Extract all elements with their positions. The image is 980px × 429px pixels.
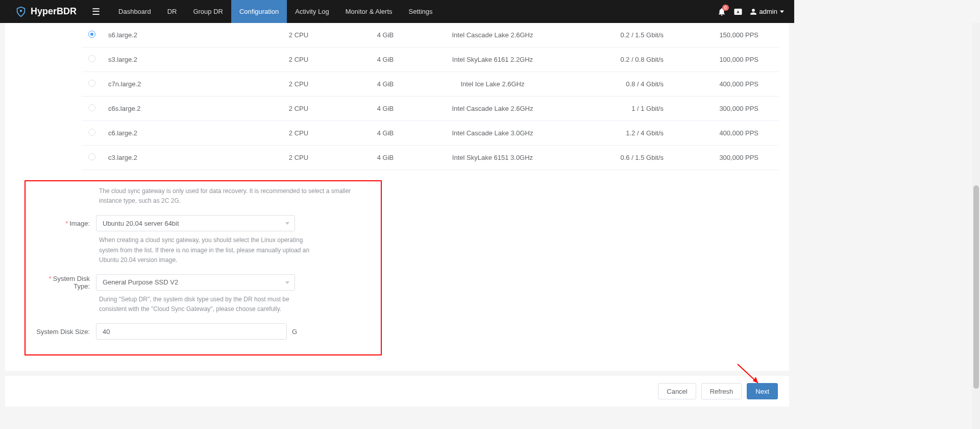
- instance-pps: 300,000 PPS: [684, 97, 779, 121]
- instance-cpu: 2 CPU: [255, 72, 342, 97]
- brand-name: HyperBDR: [31, 6, 77, 17]
- instance-radio[interactable]: [88, 55, 95, 62]
- instance-memory: 4 GiB: [342, 72, 429, 97]
- instance-name: c6.large.2: [102, 121, 255, 146]
- disk-size-row: System Disk Size: G: [35, 323, 372, 340]
- gateway-hint: The cloud sync gateway is only used for …: [99, 186, 372, 206]
- instance-bandwidth: 0.2 / 1.5 Gbit/s: [556, 23, 684, 47]
- instance-radio[interactable]: [88, 31, 95, 38]
- nav-item-dr[interactable]: DR: [159, 0, 185, 23]
- image-label: *Image:: [35, 220, 96, 227]
- instance-cpu: 2 CPU: [255, 23, 342, 47]
- table-row[interactable]: c6s.large.22 CPU4 GiBIntel Cascade Lake …: [82, 97, 779, 121]
- svg-marker-4: [753, 377, 758, 383]
- chevron-down-icon: [780, 10, 784, 14]
- instance-name: c3.large.2: [102, 146, 255, 170]
- instance-memory: 4 GiB: [342, 146, 429, 170]
- instance-cpu: 2 CPU: [255, 97, 342, 121]
- instance-cpu: 2 CPU: [255, 146, 342, 170]
- brand-shield-icon: [15, 6, 27, 17]
- disk-size-label: System Disk Size:: [35, 328, 96, 336]
- nav-item-monitor-alerts[interactable]: Monitor & Alerts: [337, 0, 401, 23]
- language-icon[interactable]: A: [733, 7, 743, 16]
- nav-item-activity-log[interactable]: Activity Log: [287, 0, 337, 23]
- brand: HyperBDR: [15, 6, 77, 17]
- notification-bell-icon[interactable]: 0: [717, 7, 726, 16]
- highlighted-form-section: The cloud sync gateway is only used for …: [24, 180, 382, 355]
- image-select[interactable]: Ubuntu 20.04 server 64bit: [96, 215, 295, 231]
- instance-card: s6.large.22 CPU4 GiBIntel Cascade Lake 2…: [5, 23, 789, 371]
- instance-cpu: 2 CPU: [255, 47, 342, 72]
- svg-text:A: A: [737, 10, 740, 14]
- instance-name: c7n.large.2: [102, 72, 255, 97]
- content: s6.large.22 CPU4 GiBIntel Cascade Lake 2…: [0, 23, 794, 407]
- cancel-button[interactable]: Cancel: [658, 383, 696, 399]
- svg-point-0: [20, 9, 22, 12]
- instance-memory: 4 GiB: [342, 23, 429, 47]
- instance-radio[interactable]: [88, 153, 95, 160]
- user-name: admin: [760, 8, 777, 15]
- instance-bandwidth: 1.2 / 4 Gbit/s: [556, 121, 684, 146]
- instance-pps: 400,000 PPS: [684, 72, 779, 97]
- disk-size-input[interactable]: [96, 323, 287, 340]
- topbar-right: 0 A admin: [717, 7, 784, 16]
- refresh-button[interactable]: Refresh: [701, 383, 742, 399]
- instance-memory: 4 GiB: [342, 121, 429, 146]
- instance-type-table: s6.large.22 CPU4 GiBIntel Cascade Lake 2…: [82, 23, 779, 170]
- instance-cpu-model: Intel SkyLake 6151 3.0GHz: [429, 146, 556, 170]
- instance-cpu-model: Intel Cascade Lake 3.0GHz: [429, 121, 556, 146]
- image-row: *Image: Ubuntu 20.04 server 64bit: [35, 215, 372, 231]
- nav-item-dashboard[interactable]: Dashboard: [110, 0, 159, 23]
- instance-pps: 150,000 PPS: [684, 23, 779, 47]
- instance-radio[interactable]: [88, 80, 95, 87]
- footer-actions: Cancel Refresh Next: [5, 376, 789, 407]
- instance-name: s6.large.2: [102, 23, 255, 47]
- table-row[interactable]: s3.large.22 CPU4 GiBIntel SkyLake 6161 2…: [82, 47, 779, 72]
- instance-pps: 300,000 PPS: [684, 146, 779, 170]
- instance-memory: 4 GiB: [342, 97, 429, 121]
- instance-bandwidth: 0.6 / 1.5 Gbit/s: [556, 146, 684, 170]
- user-menu[interactable]: admin: [750, 8, 784, 15]
- disk-type-hint: During "Setup DR", the system disk type …: [99, 295, 311, 314]
- instance-name: s3.large.2: [102, 47, 255, 72]
- table-row[interactable]: s6.large.22 CPU4 GiBIntel Cascade Lake 2…: [82, 23, 779, 47]
- main-nav: DashboardDRGroup DRConfigurationActivity…: [110, 0, 440, 23]
- disk-type-row: *System Disk Type: General Purpose SSD V…: [35, 274, 372, 291]
- nav-item-settings[interactable]: Settings: [401, 0, 441, 23]
- table-row[interactable]: c3.large.22 CPU4 GiBIntel SkyLake 6151 3…: [82, 146, 779, 170]
- table-row[interactable]: c6.large.22 CPU4 GiBIntel Cascade Lake 3…: [82, 121, 779, 146]
- instance-pps: 400,000 PPS: [684, 121, 779, 146]
- nav-item-group-dr[interactable]: Group DR: [185, 0, 231, 23]
- user-icon: [750, 8, 757, 15]
- image-hint: When creating a cloud sync gateway, you …: [99, 235, 311, 265]
- instance-name: c6s.large.2: [102, 97, 255, 121]
- instance-memory: 4 GiB: [342, 47, 429, 72]
- instance-cpu-model: Intel Cascade Lake 2.6GHz: [429, 97, 556, 121]
- instance-cpu-model: Intel Cascade Lake 2.6GHz: [429, 23, 556, 47]
- disk-type-label: *System Disk Type:: [35, 275, 96, 290]
- notification-badge: 0: [722, 5, 729, 11]
- instance-cpu-model: Intel Ice Lake 2.6GHz: [429, 72, 556, 97]
- next-button[interactable]: Next: [747, 383, 778, 399]
- disk-type-select[interactable]: General Purpose SSD V2: [96, 274, 295, 291]
- image-select-value: Ubuntu 20.04 server 64bit: [103, 220, 179, 227]
- nav-item-configuration[interactable]: Configuration: [231, 0, 287, 23]
- disk-size-unit: G: [292, 328, 297, 336]
- instance-cpu-model: Intel SkyLake 6161 2.2GHz: [429, 47, 556, 72]
- menu-toggle-icon[interactable]: ☰: [92, 6, 100, 17]
- disk-type-select-value: General Purpose SSD V2: [103, 278, 178, 286]
- instance-cpu: 2 CPU: [255, 121, 342, 146]
- instance-bandwidth: 0.2 / 0.8 Gbit/s: [556, 47, 684, 72]
- table-row[interactable]: c7n.large.22 CPU4 GiBIntel Ice Lake 2.6G…: [82, 72, 779, 97]
- top-bar: HyperBDR ☰ DashboardDRGroup DRConfigurat…: [0, 0, 794, 23]
- instance-radio[interactable]: [88, 129, 95, 136]
- gateway-form: The cloud sync gateway is only used for …: [5, 170, 789, 371]
- instance-radio[interactable]: [88, 104, 95, 111]
- instance-bandwidth: 0.8 / 4 Gbit/s: [556, 72, 684, 97]
- instance-bandwidth: 1 / 1 Gbit/s: [556, 97, 684, 121]
- instance-pps: 100,000 PPS: [684, 47, 779, 72]
